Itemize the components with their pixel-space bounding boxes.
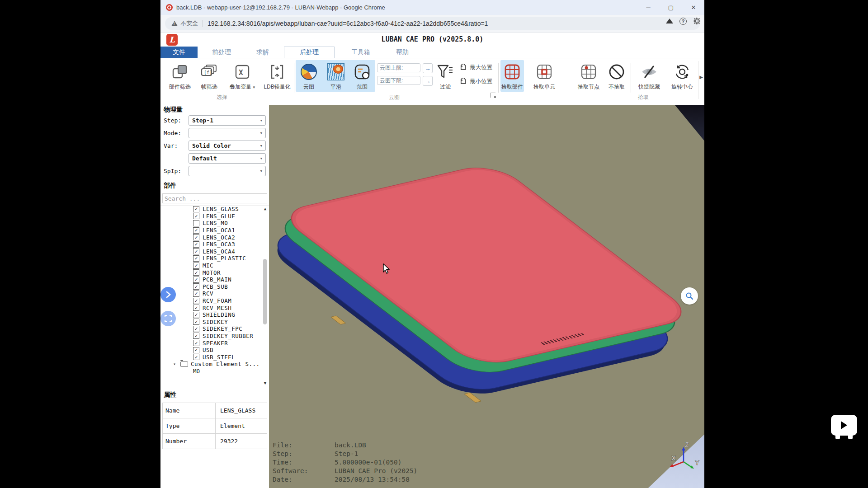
part-checkbox[interactable]: ✓ bbox=[193, 298, 199, 304]
part-row[interactable]: ✓LENS_OCA1 bbox=[160, 227, 269, 234]
part-checkbox[interactable]: ✓ bbox=[193, 213, 199, 219]
tree-folder-row[interactable]: ▾ Custom Element S... bbox=[160, 361, 269, 368]
url-text[interactable]: 192.168.2.34:8016/apis/webapp/luban-cae?… bbox=[208, 20, 488, 27]
part-row[interactable]: ✓LENS_GLASS bbox=[160, 206, 269, 213]
part-checkbox[interactable]: ✓ bbox=[193, 333, 199, 339]
part-checkbox[interactable]: ✓ bbox=[193, 206, 199, 212]
part-checkbox[interactable]: ✓ bbox=[193, 248, 199, 254]
part-checkbox[interactable]: ✓ bbox=[193, 354, 199, 360]
pick-element-button[interactable]: 拾取单元 bbox=[531, 62, 558, 91]
part-row[interactable]: ✓RCV_FOAM bbox=[160, 297, 269, 305]
part-row[interactable]: ✓SIDEKEY_RUBBER bbox=[160, 333, 269, 340]
part-checkbox[interactable]: ✓ bbox=[193, 319, 199, 325]
part-checkbox[interactable]: ✓ bbox=[193, 263, 199, 269]
part-row[interactable]: ✓USB bbox=[160, 347, 269, 354]
part-checkbox[interactable]: ✓ bbox=[193, 234, 199, 240]
part-checkbox[interactable] bbox=[193, 220, 199, 226]
part-row[interactable]: ✓USB_STEEL bbox=[160, 353, 269, 361]
part-filter-button[interactable]: 部件筛选 bbox=[165, 62, 194, 91]
part-checkbox[interactable]: ✓ bbox=[193, 291, 199, 297]
part-row[interactable]: ✓PCB_SUB bbox=[160, 283, 269, 291]
part-row[interactable]: ✓SIDEKEY_FPC bbox=[160, 325, 269, 333]
scroll-down-icon[interactable]: ▼ bbox=[262, 381, 268, 386]
rotate-center-button[interactable]: 旋转中心 bbox=[667, 62, 697, 91]
omnibox[interactable]: 不安全 192.168.2.34:8016/apis/webapp/luban-… bbox=[165, 17, 700, 30]
part-checkbox[interactable]: ✓ bbox=[193, 269, 199, 276]
part-row[interactable]: ✓MOTOR bbox=[160, 269, 269, 276]
part-row[interactable]: ✓LENS_OCA3 bbox=[160, 241, 269, 248]
pick-node-button[interactable]: 拾取节点 bbox=[575, 62, 602, 91]
part-row[interactable]: ✓MIC bbox=[160, 262, 269, 269]
part-filter-icon bbox=[171, 62, 189, 82]
security-warning-icon[interactable] bbox=[171, 21, 178, 26]
form-select[interactable]: Step-1 bbox=[189, 115, 266, 126]
part-checkbox[interactable]: ✓ bbox=[193, 255, 199, 262]
tab-post[interactable]: 后处理 bbox=[284, 47, 335, 58]
contour-dialog-launcher[interactable] bbox=[491, 93, 495, 98]
part-row[interactable]: ✓LENS_OCA4 bbox=[160, 248, 269, 255]
tab-solve[interactable]: 求解 bbox=[249, 47, 276, 58]
tab-toolbox[interactable]: 工具箱 bbox=[345, 47, 377, 58]
part-checkbox[interactable]: ✓ bbox=[193, 305, 199, 311]
form-select[interactable]: Solid Color bbox=[189, 141, 266, 151]
part-row[interactable]: ✓RCV bbox=[160, 290, 269, 297]
contour-button[interactable]: 云图 bbox=[296, 62, 321, 91]
zoom-search-button[interactable] bbox=[681, 287, 698, 305]
part-row[interactable]: ✓LENS_OCA2 bbox=[160, 234, 269, 241]
part-checkbox[interactable]: ✓ bbox=[193, 347, 199, 353]
part-checkbox[interactable]: ✓ bbox=[193, 241, 199, 248]
tab-pre[interactable]: 前处理 bbox=[206, 47, 237, 58]
security-warning-label[interactable]: 不安全 bbox=[180, 19, 198, 28]
contour-upper-apply-button[interactable]: → bbox=[423, 63, 433, 73]
part-checkbox[interactable]: ✓ bbox=[193, 326, 199, 332]
max-position-button[interactable]: 最大位置 bbox=[459, 64, 492, 71]
pick-part-button[interactable]: 拾取部件 bbox=[499, 62, 526, 91]
part-checkbox[interactable]: ✓ bbox=[193, 283, 199, 290]
settings-gear-icon[interactable] bbox=[693, 17, 701, 25]
smooth-button[interactable]: 平滑 bbox=[323, 62, 349, 91]
help-icon[interactable]: ? bbox=[679, 18, 687, 25]
viewport-3d[interactable]: File:back.LDBStep:Step-1Time:5.000000e-0… bbox=[269, 105, 704, 488]
tree-caret-icon[interactable]: ▾ bbox=[173, 361, 180, 366]
form-select[interactable] bbox=[189, 128, 266, 138]
part-row[interactable]: ✓PCB_MAIN bbox=[160, 276, 269, 283]
maximize-button[interactable]: ▢ bbox=[667, 4, 675, 11]
part-row[interactable]: ✓LENS_GLUE bbox=[160, 213, 269, 220]
min-position-button[interactable]: 最小位置 bbox=[459, 78, 492, 85]
ldb-lightweight-button[interactable]: LDB轻量化 bbox=[261, 62, 293, 91]
no-pick-button[interactable]: 不拾取 bbox=[603, 62, 630, 91]
scroll-up-icon[interactable]: ▲ bbox=[262, 206, 268, 212]
collapse-ribbon-icon[interactable] bbox=[665, 17, 673, 25]
tab-help[interactable]: 帮助 bbox=[389, 47, 416, 58]
part-checkbox[interactable]: ✓ bbox=[193, 277, 199, 283]
part-row[interactable]: ✓SPEAKER bbox=[160, 339, 269, 347]
quick-hide-button[interactable]: 快捷隐藏 bbox=[634, 62, 664, 91]
part-checkbox[interactable]: ✓ bbox=[193, 312, 199, 318]
part-row[interactable]: ✓LENS_PLASTIC bbox=[160, 255, 269, 262]
filter-button[interactable]: 过滤 bbox=[434, 62, 457, 91]
part-checkbox[interactable]: ✓ bbox=[193, 227, 199, 234]
part-row[interactable]: ✓RCV_MESH bbox=[160, 304, 269, 311]
scroll-thumb[interactable] bbox=[263, 259, 267, 324]
close-button[interactable]: ✕ bbox=[690, 4, 697, 11]
tab-file[interactable]: 文件 bbox=[160, 47, 198, 58]
contour-lower-input[interactable]: 云图下限: bbox=[377, 76, 420, 85]
part-row[interactable]: LENS_MO bbox=[160, 220, 269, 227]
parts-search-input[interactable]: Search ... bbox=[162, 193, 267, 203]
part-row[interactable]: ✓SIDEKEY bbox=[160, 319, 269, 326]
contour-lower-apply-button[interactable]: → bbox=[423, 76, 433, 86]
ribbon-overflow-arrow[interactable]: ▶ bbox=[699, 75, 703, 80]
tree-child-row[interactable]: MO bbox=[160, 368, 269, 375]
frame-filter-button[interactable]: [f] 帧筛选 bbox=[195, 62, 224, 91]
fullscreen-button[interactable] bbox=[160, 311, 176, 326]
parts-scrollbar[interactable]: ▲ ▼ bbox=[262, 206, 268, 387]
panel-expand-button[interactable] bbox=[160, 287, 176, 302]
form-select[interactable] bbox=[189, 166, 266, 176]
part-row[interactable]: ✓SHIELDING bbox=[160, 311, 269, 319]
part-checkbox[interactable]: ✓ bbox=[193, 340, 199, 346]
contour-upper-input[interactable]: 云图上限: bbox=[377, 63, 420, 72]
form-select[interactable]: Default bbox=[189, 153, 266, 164]
overlay-variable-button[interactable]: X 叠加变量 ▾ bbox=[226, 62, 258, 91]
minimize-button[interactable]: ─ bbox=[645, 4, 652, 11]
range-button[interactable]: 范围 bbox=[349, 62, 375, 91]
